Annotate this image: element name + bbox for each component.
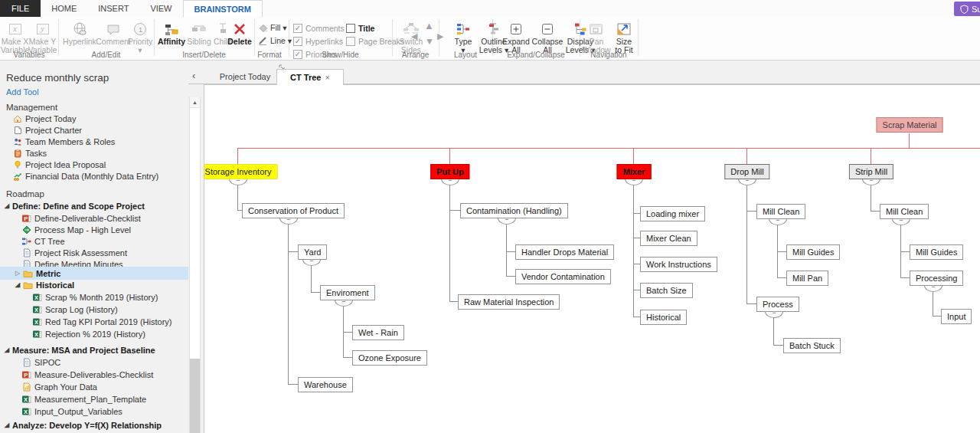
roadmap-phase-analyze[interactable]: ◢Analyze: Develop Y=f(X) Relationship	[5, 419, 162, 431]
tree-node-input[interactable]: Input	[941, 309, 972, 324]
tree-node-mill-pan[interactable]: Mill Pan	[786, 271, 828, 286]
tree-node-raw-material-inspection[interactable]: Raw Material Inspection	[458, 294, 560, 310]
tree-node-mill-clean-strip[interactable]: Mill Clean	[880, 204, 929, 219]
tab-ct-tree[interactable]: CT Tree ×	[276, 69, 344, 85]
tree-node-mill-guides-strip[interactable]: Mill Guides	[910, 244, 963, 260]
roadmap-phase-measure[interactable]: ◢Measure: MSA and Project Baseline	[5, 344, 155, 356]
tab-file[interactable]: FILE	[0, 0, 41, 17]
tree-node-contamination[interactable]: Contamination (Handling)	[460, 203, 568, 218]
tree-node-process[interactable]: Process	[756, 297, 799, 312]
scrollbar-up-arrow[interactable]: ▲	[190, 97, 200, 108]
expanded-triangle-icon[interactable]: ◢	[5, 346, 12, 353]
roadmap-folder-metric[interactable]: ▷Metric	[15, 267, 60, 279]
fill-button[interactable]: Fill ▾	[257, 21, 287, 34]
roadmap-item-define-checklist[interactable]: PDefine-Deliverable-Checklist	[21, 212, 141, 224]
arrow-up-icon[interactable]: ▲	[424, 20, 434, 31]
tree-node-put-up[interactable]: Put Up	[430, 164, 469, 179]
checkbox-checked-icon: ✓	[293, 37, 302, 46]
sidebar-item-financial-data[interactable]: Financial Data (Monthly Data Entry)	[12, 170, 158, 182]
roadmap-folder-historical[interactable]: ◢Historical	[15, 279, 74, 290]
roadmap-phase-define[interactable]: ◢Define: Define and Scope Project	[5, 200, 145, 212]
collapsed-triangle-icon[interactable]: ▷	[15, 270, 23, 277]
roadmap-item-sipoc[interactable]: SIPOC	[21, 356, 60, 368]
tree-node-batch-stuck[interactable]: Batch Stuck	[783, 338, 841, 353]
group-label-expand-collapse: Expand/Collapse	[492, 51, 580, 59]
roadmap-item-risk-assessment[interactable]: Project Risk Assessment	[21, 247, 127, 258]
sidebar-item-team-members[interactable]: Team Members & Roles	[12, 136, 115, 147]
tree-node-mixer[interactable]: Mixer	[617, 164, 652, 179]
connector	[506, 224, 507, 277]
connector	[746, 185, 747, 304]
size-to-fit-icon	[616, 20, 632, 38]
sidebar-item-project-today[interactable]: Project Today	[12, 113, 76, 124]
outline-levels-icon	[486, 20, 501, 38]
tree-node-mill-guides-drop[interactable]: Mill Guides	[786, 244, 840, 260]
sidebar-item-tasks[interactable]: Tasks	[12, 147, 47, 159]
roadmap-item-ct-tree[interactable]: CT Tree	[21, 235, 65, 247]
tree-node-historical[interactable]: Historical	[640, 310, 687, 325]
connector	[746, 303, 756, 304]
tree-node-handler-drops[interactable]: Handler Drops Material	[515, 244, 614, 260]
roadmap-item-scrap-log[interactable]: XScrap Log (History)	[32, 303, 118, 315]
tab-home[interactable]: HOME	[41, 0, 87, 17]
roadmap-item-measure-checklist[interactable]: PMeasure-Deliverables-Checklist	[21, 369, 153, 380]
tab-close-icon[interactable]: ×	[325, 73, 329, 82]
tree-node-storage-inventory[interactable]: Storage Inventory	[204, 164, 277, 179]
connector	[633, 317, 640, 317]
roadmap-item-measurement-plan[interactable]: XMeasurement_Plan_Template	[21, 393, 146, 405]
roadmap-item-rejection[interactable]: XRejection % 2019 (History)	[32, 328, 145, 340]
tree-node-scrap-material[interactable]: Scrap Material	[877, 117, 943, 133]
tree-node-warehouse[interactable]: Warehouse	[298, 377, 353, 392]
tree-node-ozone-exposure[interactable]: Ozone Exposure	[352, 350, 427, 366]
tree-node-drop-mill[interactable]: Drop Mill	[724, 164, 769, 179]
priority-icon: 1	[132, 20, 148, 38]
tree-node-strip-mill[interactable]: Strip Mill	[849, 164, 893, 179]
tree-node-loading-mixer[interactable]: Loading mixer	[640, 206, 705, 221]
roadmap-item-process-map[interactable]: Process Map - High Level	[21, 224, 131, 235]
tree-node-vendor-contamination[interactable]: Vendor Contamination	[515, 269, 611, 284]
title-checkbox[interactable]: Title	[346, 22, 374, 34]
sidebar-item-project-charter[interactable]: Project Charter	[12, 124, 82, 136]
tab-view[interactable]: VIEW	[139, 0, 182, 17]
tree-node-batch-size[interactable]: Batch Size	[640, 283, 693, 298]
sidebar-scrollbar[interactable]	[189, 97, 201, 433]
tree-node-work-instructions[interactable]: Work Instructions	[640, 257, 717, 272]
roadmap-item-scrap-month[interactable]: XScrap % Month 2019 (History)	[32, 291, 158, 303]
ct-tree-canvas[interactable]: − − − − − − − − − − − − − Scrap Material…	[204, 84, 980, 433]
tree-node-yard[interactable]: Yard	[298, 244, 327, 260]
connector	[871, 211, 880, 212]
tree-node-enviroment[interactable]: Enviroment	[320, 285, 375, 300]
arrow-down-icon[interactable]: ▼	[425, 36, 434, 47]
delete-x-icon	[232, 20, 247, 38]
tree-node-wet-rain[interactable]: Wet - Rain	[352, 325, 404, 340]
group-label-insert-delete: Insert/Delete	[154, 51, 254, 59]
roadmap-item-red-tag-kpi[interactable]: XRed Tag KPI Portal 2019 (History)	[32, 316, 172, 327]
scrollbar-thumb[interactable]	[190, 359, 200, 433]
sidebar-item-project-idea[interactable]: Project Idea Proposal	[12, 159, 106, 170]
expanded-triangle-icon[interactable]: ◢	[5, 202, 12, 209]
tab-brainstorm[interactable]: BRAINSTORM	[183, 0, 263, 17]
connector	[449, 148, 450, 164]
add-tool-link[interactable]: Add Tool	[6, 87, 39, 97]
svg-text:P: P	[24, 371, 28, 378]
tree-node-processing[interactable]: Processing	[910, 271, 963, 286]
tab-project-today[interactable]: Project Today	[217, 69, 273, 84]
tree-node-conservation[interactable]: Conservation of Product	[242, 203, 345, 218]
roadmap-item-graph-your-data[interactable]: Graph Your Data	[21, 381, 97, 392]
connector	[773, 317, 774, 346]
connector	[633, 185, 634, 317]
back-chevron-icon[interactable]: ‹	[192, 70, 195, 81]
group-label-arrange: Arrange	[392, 51, 439, 59]
tree-node-mill-clean-drop[interactable]: Mill Clean	[756, 204, 805, 219]
connector	[746, 148, 747, 164]
arrow-right-icon: ▶	[437, 31, 443, 41]
tab-insert[interactable]: INSERT	[87, 0, 139, 17]
connector	[311, 292, 320, 293]
connector	[633, 238, 640, 238]
tree-node-mixer-clean[interactable]: Mixer Clean	[640, 231, 697, 246]
line-button[interactable]: Line ▾	[257, 34, 292, 47]
roadmap-item-input-output[interactable]: XInput_Output_Variables	[21, 405, 122, 417]
expanded-triangle-icon[interactable]: ◢	[15, 281, 23, 288]
expanded-triangle-icon[interactable]: ◢	[5, 422, 12, 428]
submit-button[interactable]: Submit	[954, 2, 980, 16]
